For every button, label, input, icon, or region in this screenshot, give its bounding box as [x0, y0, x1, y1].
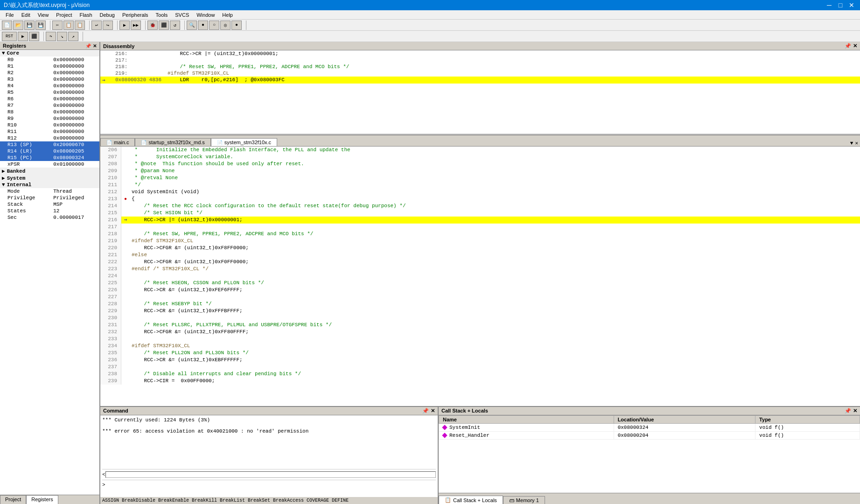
save-btn[interactable]: 💾: [24, 21, 35, 30]
line-marker-216: ⇒: [121, 217, 130, 224]
copy-btn[interactable]: 📋: [63, 21, 74, 30]
reg-internal-sec[interactable]: Sec0.00000017: [0, 214, 99, 221]
menu-item-view[interactable]: View: [34, 11, 53, 19]
reg-row-r5[interactable]: R5 0x00000000: [0, 89, 99, 96]
reg-row-r6[interactable]: R6 0x00000000: [0, 96, 99, 102]
menu-item-svcs[interactable]: SVCS: [171, 11, 193, 19]
project-tab[interactable]: Project: [0, 495, 26, 504]
sep1: [48, 21, 50, 30]
cmd-prompt-2: >: [102, 482, 436, 488]
menu-item-window[interactable]: Window: [193, 11, 218, 19]
reg-row-r8[interactable]: R8 0x00000000: [0, 109, 99, 115]
clear-bp-btn[interactable]: ◎: [220, 21, 231, 30]
reg-row-xpsr[interactable]: xPSR 0x01000000: [0, 161, 99, 168]
code-line-207: 207 * SystemCoreClock variable.: [100, 154, 860, 161]
tab-memory1[interactable]: 🗃 Memory 1: [503, 496, 545, 504]
reg-row-r9[interactable]: R9 0x00000000: [0, 115, 99, 122]
reg-internal-mode[interactable]: ModeThread: [0, 188, 99, 195]
run-to-btn[interactable]: ●: [198, 21, 208, 30]
open-btn[interactable]: 📂: [13, 21, 23, 30]
menu-item-project[interactable]: Project: [52, 11, 76, 19]
disasm-pin-btn[interactable]: 📌: [845, 43, 851, 49]
code-tabs-more[interactable]: ▼: [850, 140, 853, 146]
menu-item-help[interactable]: Help: [218, 11, 237, 19]
registers-tab[interactable]: Registers: [26, 495, 58, 504]
line-num-211: 211: [100, 182, 121, 189]
disassembly-content[interactable]: 216: RCC->CR |= (uint32_t)0x00000001; 21…: [100, 50, 860, 133]
cs-row-reset_handler[interactable]: Reset_Handler 0x08000204 void f(): [439, 432, 860, 440]
undo-btn[interactable]: ↩: [91, 21, 102, 30]
registers-close-btn[interactable]: ✕: [93, 43, 97, 49]
reg-row-r13 sp[interactable]: R13 (SP) 0x20000670: [0, 141, 99, 148]
cmd-close-btn[interactable]: ✕: [431, 408, 435, 414]
redo-btn[interactable]: ↪: [103, 21, 113, 30]
menu-item-flash[interactable]: Flash: [76, 11, 96, 19]
reg-row-r14 lr[interactable]: R14 (LR) 0x08000205: [0, 148, 99, 154]
reg-internal-group[interactable]: ▼Internal: [0, 182, 99, 188]
reg-system-group[interactable]: ▶System: [0, 175, 99, 182]
save-all-btn[interactable]: 💾: [35, 21, 46, 30]
find-btn[interactable]: 🔍: [187, 21, 197, 30]
reg-row-r2[interactable]: R2 0x00000000: [0, 70, 99, 76]
build-btn[interactable]: ▶: [119, 21, 130, 30]
reset-btn[interactable]: ↺: [170, 21, 180, 30]
stop-run-btn[interactable]: ⬛: [29, 32, 39, 41]
code-area: 📄 main.c 📄 startup_stm32f10x_md.s 📄 syst…: [100, 135, 860, 406]
disasm-close-btn[interactable]: ✕: [853, 43, 857, 49]
reg-banked-group[interactable]: ▶Banked: [0, 168, 99, 175]
debug-btn[interactable]: 🐞: [147, 21, 158, 30]
reg-row-r0[interactable]: R0 0x00000000: [0, 56, 99, 63]
reg-row-r10[interactable]: R10 0x00000000: [0, 122, 99, 128]
code-line-232: 232 RCC->CFGR &= (uint32_t)0xFF80FFFF;: [100, 329, 860, 336]
callstack-content[interactable]: Name Location/Value Type SystemInit 0x08…: [439, 415, 860, 493]
reg-internal-stack[interactable]: StackMSP: [0, 201, 99, 208]
window-controls[interactable]: ─ □ ✕: [825, 0, 856, 10]
menu-item-debug[interactable]: Debug: [96, 11, 119, 19]
reg-row-r4[interactable]: R4 0x00000000: [0, 83, 99, 89]
menu-item-tools[interactable]: Tools: [152, 11, 172, 19]
reg-core-group[interactable]: ▼Core: [0, 50, 99, 56]
tab-callstack[interactable]: 📋 Call Stack + Locals: [439, 496, 503, 504]
reg-row-r11[interactable]: R11 0x00000000: [0, 128, 99, 135]
rebuild-btn[interactable]: ▶▶: [131, 21, 141, 30]
menu-item-peripherals[interactable]: Peripherals: [119, 11, 152, 19]
new-btn[interactable]: 📄: [2, 21, 12, 30]
close-button[interactable]: ✕: [847, 0, 856, 10]
step-over-btn[interactable]: ↷: [46, 32, 56, 41]
line-content-222: RCC->CFGR &= (uint32_t)0xF0FF0000;: [130, 259, 860, 266]
tab-system[interactable]: 📄 system_stm32f10x.c: [211, 138, 277, 146]
tab-main-c[interactable]: 📄 main.c: [100, 138, 135, 146]
cs-close-btn[interactable]: ✕: [853, 408, 857, 414]
bp-btn[interactable]: ●: [231, 21, 242, 30]
stop-debug-btn[interactable]: ○: [209, 21, 219, 30]
sep8: [80, 32, 83, 41]
reg-row-r1[interactable]: R1 0x00000000: [0, 63, 99, 70]
step-into-btn[interactable]: ↘: [57, 32, 67, 41]
run-btn[interactable]: ▶: [18, 32, 28, 41]
command-output[interactable]: *** Currently used: 1224 Bytes (3%) *** …: [102, 417, 436, 467]
cmd-pin-btn[interactable]: 📌: [422, 408, 429, 414]
step-out-btn[interactable]: ↗: [68, 32, 78, 41]
stop-btn[interactable]: ⬛: [159, 21, 169, 30]
cs-pin-btn[interactable]: 📌: [845, 408, 851, 414]
sep7: [41, 32, 44, 41]
reg-row-r12[interactable]: R12 0x00000000: [0, 135, 99, 141]
reg-internal-states[interactable]: States12: [0, 208, 99, 214]
reset-cpu-btn[interactable]: RST: [2, 32, 17, 41]
minimize-button[interactable]: ─: [825, 0, 834, 10]
maximize-button[interactable]: □: [836, 0, 845, 10]
menu-item-edit[interactable]: Edit: [18, 11, 34, 19]
reg-row-r7[interactable]: R7 0x00000000: [0, 102, 99, 109]
reg-row-r3[interactable]: R3 0x00000000: [0, 76, 99, 83]
cs-row-systeminit[interactable]: SystemInit 0x08000324 void f(): [439, 424, 860, 432]
code-line-224: 224: [100, 273, 860, 280]
tab-startup[interactable]: 📄 startup_stm32f10x_md.s: [135, 138, 210, 146]
paste-btn[interactable]: 📋: [75, 21, 85, 30]
menu-item-file[interactable]: File: [2, 11, 18, 19]
reg-row-r15 pc[interactable]: R15 (PC) 0x08000324: [0, 154, 99, 161]
code-tabs-close[interactable]: ✕: [855, 140, 858, 146]
registers-pin-btn[interactable]: 📌: [85, 43, 91, 49]
reg-internal-privilege[interactable]: PrivilegePrivileged: [0, 195, 99, 201]
code-content[interactable]: 206 * Initialize the Embedded Flash Inte…: [100, 147, 860, 406]
cut-btn[interactable]: ✂: [52, 21, 63, 30]
